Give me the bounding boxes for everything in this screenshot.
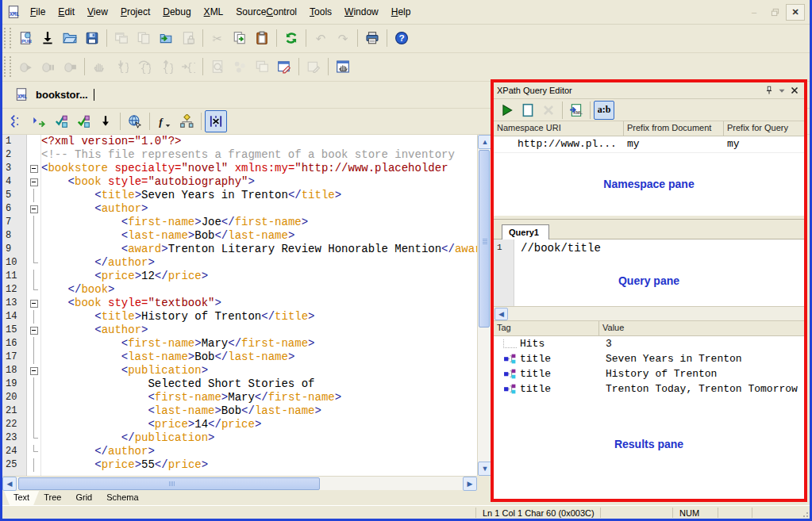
code-line[interactable]: <bookstore specialty="novel" xmlns:my="h… [41,162,477,175]
arrow-down-button[interactable] [94,110,117,132]
minimize-button[interactable]: – [745,4,764,21]
query-expression[interactable]: //book/title [514,239,804,306]
close-icon[interactable] [788,85,801,96]
fold-toggle[interactable] [27,364,40,377]
new-query-button[interactable] [518,101,538,120]
resize-grip[interactable] [799,508,810,519]
check-green-button[interactable] [72,110,94,132]
window-edit-button[interactable] [273,56,295,78]
refresh-button[interactable] [280,27,302,49]
fold-toggle[interactable] [27,202,40,216]
check-teal-button[interactable] [50,110,72,132]
menu-file[interactable]: File [24,4,52,20]
code-line[interactable]: <last-name>Bob</last-name> [41,229,477,243]
column-tag[interactable]: Tag [494,321,599,335]
print-button[interactable] [361,27,383,49]
code-line[interactable]: </author> [41,445,477,458]
scroll-left-arrow[interactable]: ◀ [2,477,17,491]
paste-button[interactable] [251,27,273,49]
result-row[interactable]: titleSeven Years in Trenton [494,351,804,366]
column-value[interactable]: Value [599,321,804,335]
code-line[interactable]: </book> [41,283,477,297]
fold-toggle[interactable] [27,175,40,189]
copy-button[interactable] [229,27,251,49]
code-line[interactable]: <price>12</price> [41,270,477,283]
code-line[interactable]: Selected Short Stories of [41,377,477,391]
code-line[interactable]: <title>Seven Years in Trenton</title> [41,189,477,202]
menu-window[interactable]: Window [338,4,385,20]
query-pane[interactable]: 1 //book/title Query pane [494,239,804,306]
scroll-right-arrow[interactable]: ▶ [463,477,477,491]
code-line[interactable]: <author> [41,202,477,216]
code-line[interactable]: <book style="textbook"> [41,297,477,310]
code-line[interactable]: <price>55</price> [41,458,477,472]
vertical-scroll-thumb[interactable] [479,150,490,328]
pin-icon[interactable] [763,85,775,96]
ab-prefix-button[interactable]: a:b [594,101,614,120]
column-prefix-for-query[interactable]: Prefix for Query [724,121,804,136]
query-horizontal-scrollbar[interactable]: ◀ [494,306,804,321]
code-line[interactable]: <author> [41,324,477,337]
fold-toggle[interactable] [27,162,40,175]
view-tab-grid[interactable]: Grid [66,491,102,505]
code-line[interactable]: <first-name>Joe</first-name> [41,216,477,229]
fold-toggle[interactable] [27,324,40,337]
code-line[interactable]: </author> [41,256,477,270]
fold-toggle[interactable] [27,297,40,310]
run-query-button[interactable] [497,101,518,120]
close-button[interactable]: ✕ [786,4,805,21]
menu-edit[interactable]: Edit [52,4,81,20]
collapse-button[interactable] [28,110,50,132]
code-line[interactable]: <book style="autobiography"> [41,175,477,189]
code-line[interactable]: </publication> [41,431,477,445]
code-line[interactable]: <first-name>Mary</first-name> [41,391,477,404]
menu-project[interactable]: Project [114,4,156,20]
menu-sourcecontrol[interactable]: SourceControl [229,4,303,20]
toolbar-gripper[interactable] [4,28,11,48]
panel-menu-icon[interactable] [775,85,788,96]
editor-vertical-scrollbar[interactable]: ▲ ▼ [477,135,491,476]
import-xml-button[interactable]: XML [566,101,587,120]
menu-tools[interactable]: Tools [303,4,338,20]
folder-import-button[interactable] [155,27,177,49]
namespace-row[interactable]: http://www.pl... my my [494,136,804,153]
code-line[interactable]: <first-name>Mary</first-name> [41,337,477,351]
fmt-indent-button[interactable] [6,110,28,132]
menu-view[interactable]: View [81,4,114,20]
fx-menu-button[interactable]: f [153,110,175,132]
code-line[interactable]: <title>History of Trenton</title> [41,310,477,324]
column-namespace-uri[interactable]: Namespace URI [494,121,624,136]
editor-horizontal-scrollbar[interactable]: ◀ ▶ [2,476,477,490]
toolbar-gripper[interactable] [4,56,11,77]
code-line[interactable]: <price>14</price> [41,418,477,431]
xpath-panel-titlebar[interactable]: XPath Query Editor [494,82,804,99]
code-line[interactable]: <last-name>Bob</last-name> [41,351,477,364]
save-down-button[interactable] [37,27,59,49]
globe-link-button[interactable] [124,110,146,132]
code-line[interactable]: <!-- This file represents a fragment of … [41,148,477,162]
result-row[interactable]: titleTrenton Today, Trenton Tomorrow [494,381,804,396]
window-hand-button[interactable] [332,56,354,78]
query-tab[interactable]: Query1 [502,224,549,239]
restore-button[interactable] [765,4,784,21]
menu-help[interactable]: Help [385,4,418,20]
code-line[interactable]: <?xml version="1.0"?> [41,135,477,148]
scroll-left-arrow[interactable]: ◀ [495,308,508,320]
floppy-save-button[interactable] [81,27,103,49]
column-prefix-from-document[interactable]: Prefix from Document [624,121,724,136]
code-line[interactable]: <publication> [41,364,477,377]
view-tab-text[interactable]: Text [4,491,39,505]
result-row[interactable]: titleHistory of Trenton [494,366,804,381]
horizontal-scroll-thumb[interactable] [18,477,320,490]
menu-xml[interactable]: XML [198,4,230,20]
folder-open-button[interactable] [59,27,81,49]
tree-menu-button[interactable] [175,110,198,132]
result-row[interactable]: Hits3 [494,336,804,351]
help-button[interactable]: ? [391,27,413,49]
document-tab-bookstore[interactable]: XML bookstor... [2,84,99,105]
view-tab-schema[interactable]: Schema [97,491,148,505]
xml-source-text[interactable]: <?xml version="1.0"?><!-- This file repr… [41,135,477,476]
view-tab-tree[interactable]: Tree [34,491,71,505]
code-line[interactable]: <award>Trenton Literary Review Honorable… [41,243,477,256]
code-line[interactable]: <last-name>Bob</last-name> [41,404,477,418]
